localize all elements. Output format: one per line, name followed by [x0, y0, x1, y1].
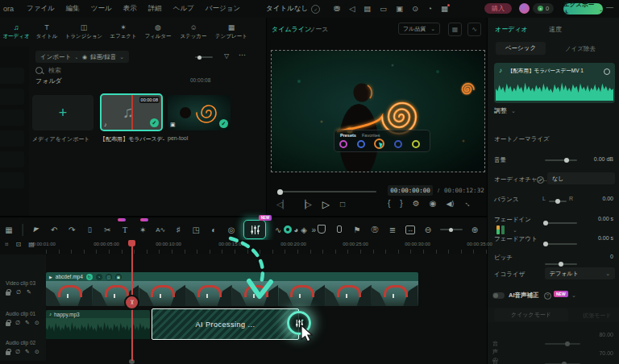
media-grid-icon[interactable]: ▦ — [3, 225, 15, 234]
ai-glow-ring[interactable] — [287, 311, 311, 335]
settings-gear-icon[interactable]: ⚙ — [413, 200, 420, 208]
text-to-speech-icon[interactable]: A∿ — [155, 226, 166, 234]
fade-out-handle[interactable] — [543, 242, 548, 246]
audio-clip-card[interactable]: ♪ 【配布用】モラバースデーMV 1 — [494, 63, 615, 103]
chevron-down-icon[interactable]: ⌄ — [571, 292, 576, 298]
audio-stretch-icon[interactable]: ∿ — [272, 225, 284, 234]
tab-templates[interactable]: ▦ テンプレート — [211, 24, 251, 40]
tab-audio-props[interactable]: オーディオ — [495, 25, 528, 34]
audio-adjust-icon[interactable]: ♯ — [172, 225, 184, 234]
auto-ripple-icon[interactable]: ⊡ — [16, 242, 22, 248]
speaker-icon[interactable]: ◀⟩ — [446, 201, 454, 208]
next-frame-button[interactable]: ▕▷ — [299, 201, 311, 209]
menu-file[interactable]: ファイル — [27, 4, 55, 14]
select-cursor-icon[interactable]: ◤ — [30, 225, 43, 234]
export-button[interactable]: エクスポート ⌄ — [563, 3, 603, 14]
monitor-icon[interactable]: ▭ — [380, 5, 387, 13]
buy-button[interactable]: 購入 — [484, 3, 512, 14]
more-options-icon[interactable]: ⋯ — [239, 52, 246, 59]
equalizer-dropdown[interactable]: デフォルト ⌄ — [545, 267, 615, 279]
thumbnail-size-slider[interactable] — [195, 56, 213, 58]
render-preview-icon[interactable]: Ⓡ — [369, 225, 380, 235]
save-icon[interactable]: ▣ — [396, 5, 403, 13]
menu-view[interactable]: 表示 — [123, 4, 137, 14]
zoom-handle[interactable] — [449, 228, 453, 232]
auto-normalize-label[interactable]: オートノーマライズ — [494, 135, 550, 143]
edit-pencil-icon[interactable]: ✎ — [25, 349, 30, 354]
mute-icon[interactable]: ∅ — [15, 349, 20, 354]
zoom-in-icon[interactable]: ⊕ — [469, 225, 480, 234]
scopes-button[interactable]: ∿ — [467, 23, 481, 36]
timeline-ruler[interactable]: 00:00:01:00 00:00:05:00 00:00:10:00 00:0… — [0, 240, 487, 254]
channel-dropdown[interactable]: なし — [547, 172, 615, 184]
device-icon[interactable]: ▤ — [364, 5, 371, 13]
audio-clip-tile[interactable]: ♫ 00:00:08 ♪ ✓ — [100, 93, 163, 131]
motion-track-icon[interactable]: ◎ — [226, 225, 237, 234]
subtab-denoise[interactable]: ノイズ除去 — [565, 45, 596, 53]
playhead-handle[interactable] — [128, 240, 135, 246]
fade-in-slider[interactable] — [545, 222, 577, 224]
clarity-slider[interactable] — [545, 343, 580, 345]
record-dropdown[interactable]: ◉ 録画/録音⌄ — [77, 51, 129, 63]
mark-in-icon[interactable]: { — [388, 200, 390, 208]
fullscreen-icon[interactable]: ↔ — [463, 198, 474, 209]
fade-out-slider[interactable] — [545, 243, 577, 245]
menu-help[interactable]: ヘルプ — [173, 4, 194, 14]
section-collapse-icon[interactable]: ⌄ — [511, 108, 516, 114]
clarity-handle[interactable] — [565, 341, 570, 346]
store-icon[interactable]: ⛃ — [334, 5, 340, 13]
eye-icon[interactable]: ⊙ — [35, 349, 39, 354]
balance-handle[interactable] — [555, 199, 560, 204]
share-icon[interactable]: ◁ — [349, 5, 355, 13]
tab-transitions[interactable]: ◫ トランジション — [61, 24, 106, 40]
audio-meter-icon[interactable] — [496, 225, 500, 234]
category-item[interactable] — [0, 130, 24, 147]
tab-preview-timeline[interactable]: タイムライン — [272, 25, 311, 34]
track-manager-icon[interactable]: ▤ — [28, 242, 35, 248]
timeline-zoom-slider[interactable] — [440, 229, 463, 230]
menu-advanced[interactable]: 詳細 — [148, 4, 162, 14]
tab-filters[interactable]: ◍ フィルター — [140, 24, 176, 40]
tab-stickers[interactable]: ☺ ステッカー — [176, 24, 211, 40]
play-button[interactable]: ▷ — [322, 200, 330, 209]
edit-pencil-icon[interactable]: ✎ — [27, 289, 31, 295]
stop-button[interactable]: □ — [340, 201, 345, 209]
category-item[interactable] — [0, 89, 24, 105]
fade-in-handle[interactable] — [543, 221, 548, 225]
ai-audio-tool-button[interactable]: NEW — [243, 220, 266, 239]
search-input[interactable]: 検索 — [35, 64, 253, 77]
delete-icon[interactable]: ▯ — [84, 225, 95, 234]
zoom-out-icon[interactable]: ⊖ — [422, 225, 434, 234]
mark-out-icon[interactable]: } — [400, 200, 402, 208]
subtab-basic[interactable]: ベーシック — [496, 42, 546, 55]
category-item[interactable] — [0, 110, 24, 126]
ai-voice-toggle[interactable] — [492, 292, 505, 299]
lock-icon[interactable] — [6, 351, 10, 355]
prev-frame-button[interactable]: ◁▏ — [276, 201, 289, 209]
avatar[interactable] — [519, 3, 530, 14]
mask-shield-icon[interactable] — [316, 225, 327, 235]
ai-processing-clip[interactable]: AI Processing ... — [152, 308, 299, 340]
seek-handle[interactable] — [277, 189, 283, 195]
pitch-slider[interactable] — [545, 263, 577, 265]
info-icon[interactable]: i — [537, 176, 544, 184]
playhead-split-button[interactable]: ✂ — [124, 295, 139, 310]
volume-handle[interactable] — [564, 158, 569, 163]
mute-icon[interactable]: ∅ — [15, 320, 20, 325]
undo-icon[interactable]: ↶ — [48, 225, 60, 234]
tab-speed-props[interactable]: 速度 — [549, 25, 562, 34]
tab-titles[interactable]: T タイトル — [32, 24, 61, 40]
credits-badge[interactable]: ✦ 0 — [533, 3, 554, 14]
lock-icon[interactable] — [6, 292, 10, 296]
tab-preview-source[interactable]: ソース — [309, 25, 328, 34]
video-clip[interactable]: ▶ abcdef.mp4 ↻ ◔ ◫ ▣ — [46, 272, 418, 306]
mask-icon[interactable]: ◐ — [208, 225, 219, 234]
seek-bar[interactable] — [280, 191, 376, 192]
edit-pencil-icon[interactable]: ✎ — [25, 320, 30, 325]
split-view-button[interactable]: ▦ — [448, 23, 462, 36]
magnet-snap-icon[interactable]: ⌗ — [5, 242, 9, 248]
keyframe-icon[interactable]: ◈ — [298, 225, 310, 234]
balance-slider[interactable] — [549, 201, 567, 202]
minimize-button[interactable]: — — [606, 3, 613, 11]
pitch-handle[interactable] — [559, 262, 563, 267]
